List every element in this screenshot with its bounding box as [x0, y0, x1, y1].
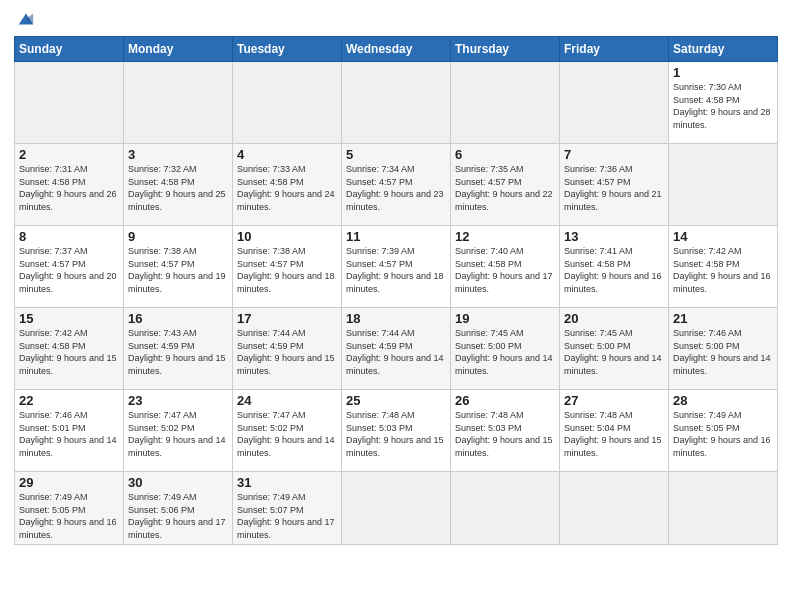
calendar-cell: 19Sunrise: 7:45 AMSunset: 5:00 PMDayligh… [451, 308, 560, 390]
day-info: Sunrise: 7:43 AMSunset: 4:59 PMDaylight:… [128, 327, 228, 377]
calendar-cell: 13Sunrise: 7:41 AMSunset: 4:58 PMDayligh… [560, 226, 669, 308]
calendar-cell [15, 62, 124, 144]
calendar-cell: 5Sunrise: 7:34 AMSunset: 4:57 PMDaylight… [342, 144, 451, 226]
page: SundayMondayTuesdayWednesdayThursdayFrid… [0, 0, 792, 612]
calendar-cell: 16Sunrise: 7:43 AMSunset: 4:59 PMDayligh… [124, 308, 233, 390]
day-number: 29 [19, 475, 119, 490]
calendar-cell [560, 62, 669, 144]
day-number: 15 [19, 311, 119, 326]
calendar-cell: 8Sunrise: 7:37 AMSunset: 4:57 PMDaylight… [15, 226, 124, 308]
day-info: Sunrise: 7:49 AMSunset: 5:06 PMDaylight:… [128, 491, 228, 541]
weekday-header-sunday: Sunday [15, 37, 124, 62]
logo-icon [17, 10, 35, 28]
day-number: 31 [237, 475, 337, 490]
day-number: 16 [128, 311, 228, 326]
day-number: 7 [564, 147, 664, 162]
calendar-cell: 7Sunrise: 7:36 AMSunset: 4:57 PMDaylight… [560, 144, 669, 226]
calendar-cell [669, 144, 778, 226]
day-info: Sunrise: 7:47 AMSunset: 5:02 PMDaylight:… [128, 409, 228, 459]
calendar-cell: 25Sunrise: 7:48 AMSunset: 5:03 PMDayligh… [342, 390, 451, 472]
day-number: 20 [564, 311, 664, 326]
calendar-cell: 24Sunrise: 7:47 AMSunset: 5:02 PMDayligh… [233, 390, 342, 472]
week-row-1: 1Sunrise: 7:30 AMSunset: 4:58 PMDaylight… [15, 62, 778, 144]
day-info: Sunrise: 7:45 AMSunset: 5:00 PMDaylight:… [455, 327, 555, 377]
weekday-header-friday: Friday [560, 37, 669, 62]
day-number: 24 [237, 393, 337, 408]
calendar-cell: 10Sunrise: 7:38 AMSunset: 4:57 PMDayligh… [233, 226, 342, 308]
day-info: Sunrise: 7:42 AMSunset: 4:58 PMDaylight:… [673, 245, 773, 295]
day-info: Sunrise: 7:31 AMSunset: 4:58 PMDaylight:… [19, 163, 119, 213]
day-info: Sunrise: 7:41 AMSunset: 4:58 PMDaylight:… [564, 245, 664, 295]
logo [14, 10, 37, 28]
calendar-cell: 27Sunrise: 7:48 AMSunset: 5:04 PMDayligh… [560, 390, 669, 472]
week-row-6: 29Sunrise: 7:49 AMSunset: 5:05 PMDayligh… [15, 472, 778, 545]
calendar-cell: 14Sunrise: 7:42 AMSunset: 4:58 PMDayligh… [669, 226, 778, 308]
day-number: 14 [673, 229, 773, 244]
calendar: SundayMondayTuesdayWednesdayThursdayFrid… [14, 36, 778, 545]
calendar-cell: 12Sunrise: 7:40 AMSunset: 4:58 PMDayligh… [451, 226, 560, 308]
week-row-4: 15Sunrise: 7:42 AMSunset: 4:58 PMDayligh… [15, 308, 778, 390]
calendar-cell [342, 472, 451, 545]
day-number: 12 [455, 229, 555, 244]
day-info: Sunrise: 7:44 AMSunset: 4:59 PMDaylight:… [346, 327, 446, 377]
day-number: 22 [19, 393, 119, 408]
calendar-cell: 6Sunrise: 7:35 AMSunset: 4:57 PMDaylight… [451, 144, 560, 226]
day-number: 6 [455, 147, 555, 162]
day-number: 2 [19, 147, 119, 162]
day-number: 1 [673, 65, 773, 80]
day-info: Sunrise: 7:33 AMSunset: 4:58 PMDaylight:… [237, 163, 337, 213]
calendar-cell: 9Sunrise: 7:38 AMSunset: 4:57 PMDaylight… [124, 226, 233, 308]
week-row-3: 8Sunrise: 7:37 AMSunset: 4:57 PMDaylight… [15, 226, 778, 308]
calendar-cell [233, 62, 342, 144]
calendar-cell: 31Sunrise: 7:49 AMSunset: 5:07 PMDayligh… [233, 472, 342, 545]
weekday-header-tuesday: Tuesday [233, 37, 342, 62]
day-info: Sunrise: 7:39 AMSunset: 4:57 PMDaylight:… [346, 245, 446, 295]
calendar-cell [560, 472, 669, 545]
day-info: Sunrise: 7:48 AMSunset: 5:03 PMDaylight:… [455, 409, 555, 459]
day-number: 28 [673, 393, 773, 408]
weekday-header-row: SundayMondayTuesdayWednesdayThursdayFrid… [15, 37, 778, 62]
calendar-cell: 21Sunrise: 7:46 AMSunset: 5:00 PMDayligh… [669, 308, 778, 390]
day-info: Sunrise: 7:44 AMSunset: 4:59 PMDaylight:… [237, 327, 337, 377]
calendar-cell [342, 62, 451, 144]
week-row-5: 22Sunrise: 7:46 AMSunset: 5:01 PMDayligh… [15, 390, 778, 472]
calendar-cell: 4Sunrise: 7:33 AMSunset: 4:58 PMDaylight… [233, 144, 342, 226]
day-number: 30 [128, 475, 228, 490]
weekday-header-monday: Monday [124, 37, 233, 62]
day-info: Sunrise: 7:49 AMSunset: 5:07 PMDaylight:… [237, 491, 337, 541]
day-number: 5 [346, 147, 446, 162]
day-number: 4 [237, 147, 337, 162]
calendar-cell: 23Sunrise: 7:47 AMSunset: 5:02 PMDayligh… [124, 390, 233, 472]
day-info: Sunrise: 7:46 AMSunset: 5:00 PMDaylight:… [673, 327, 773, 377]
calendar-cell: 29Sunrise: 7:49 AMSunset: 5:05 PMDayligh… [15, 472, 124, 545]
day-number: 26 [455, 393, 555, 408]
day-number: 21 [673, 311, 773, 326]
calendar-cell: 1Sunrise: 7:30 AMSunset: 4:58 PMDaylight… [669, 62, 778, 144]
calendar-cell [669, 472, 778, 545]
day-number: 13 [564, 229, 664, 244]
day-number: 23 [128, 393, 228, 408]
calendar-cell: 2Sunrise: 7:31 AMSunset: 4:58 PMDaylight… [15, 144, 124, 226]
calendar-cell: 26Sunrise: 7:48 AMSunset: 5:03 PMDayligh… [451, 390, 560, 472]
logo-area [14, 10, 37, 28]
calendar-cell: 17Sunrise: 7:44 AMSunset: 4:59 PMDayligh… [233, 308, 342, 390]
day-info: Sunrise: 7:47 AMSunset: 5:02 PMDaylight:… [237, 409, 337, 459]
day-info: Sunrise: 7:35 AMSunset: 4:57 PMDaylight:… [455, 163, 555, 213]
day-info: Sunrise: 7:49 AMSunset: 5:05 PMDaylight:… [673, 409, 773, 459]
day-info: Sunrise: 7:38 AMSunset: 4:57 PMDaylight:… [128, 245, 228, 295]
day-info: Sunrise: 7:48 AMSunset: 5:03 PMDaylight:… [346, 409, 446, 459]
day-number: 9 [128, 229, 228, 244]
day-info: Sunrise: 7:30 AMSunset: 4:58 PMDaylight:… [673, 81, 773, 131]
day-number: 3 [128, 147, 228, 162]
calendar-cell: 30Sunrise: 7:49 AMSunset: 5:06 PMDayligh… [124, 472, 233, 545]
header [14, 10, 778, 28]
day-number: 10 [237, 229, 337, 244]
weekday-header-saturday: Saturday [669, 37, 778, 62]
calendar-cell [451, 62, 560, 144]
day-info: Sunrise: 7:45 AMSunset: 5:00 PMDaylight:… [564, 327, 664, 377]
calendar-cell: 22Sunrise: 7:46 AMSunset: 5:01 PMDayligh… [15, 390, 124, 472]
day-info: Sunrise: 7:40 AMSunset: 4:58 PMDaylight:… [455, 245, 555, 295]
day-number: 18 [346, 311, 446, 326]
weekday-header-thursday: Thursday [451, 37, 560, 62]
day-info: Sunrise: 7:46 AMSunset: 5:01 PMDaylight:… [19, 409, 119, 459]
